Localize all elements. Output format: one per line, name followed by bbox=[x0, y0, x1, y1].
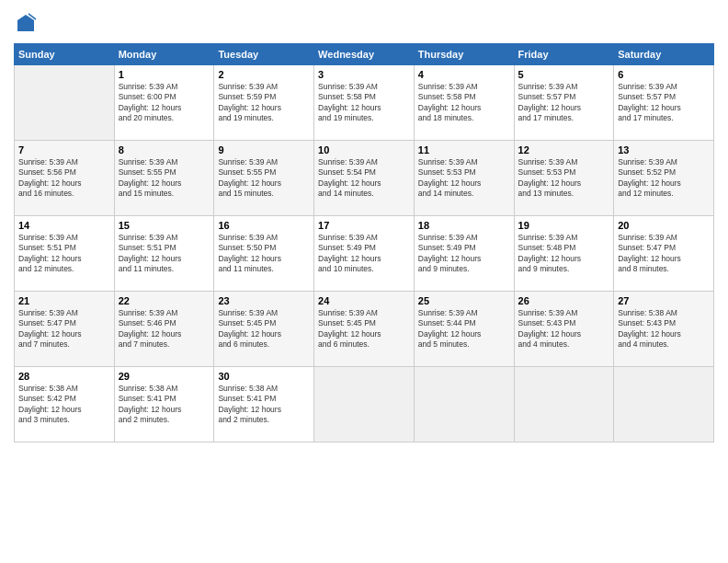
day-cell: 28Sunrise: 5:38 AM Sunset: 5:42 PM Dayli… bbox=[15, 366, 115, 442]
day-number: 17 bbox=[318, 220, 410, 231]
day-cell: 17Sunrise: 5:39 AM Sunset: 5:49 PM Dayli… bbox=[314, 215, 415, 291]
day-info: Sunrise: 5:39 AM Sunset: 5:45 PM Dayligh… bbox=[218, 308, 310, 350]
day-cell bbox=[314, 366, 415, 442]
col-header-sunday: Sunday bbox=[15, 43, 115, 64]
day-cell: 26Sunrise: 5:39 AM Sunset: 5:43 PM Dayli… bbox=[514, 291, 614, 366]
day-number: 23 bbox=[218, 295, 310, 306]
day-cell: 27Sunrise: 5:38 AM Sunset: 5:43 PM Dayli… bbox=[614, 291, 714, 366]
day-info: Sunrise: 5:38 AM Sunset: 5:42 PM Dayligh… bbox=[18, 384, 110, 426]
day-number: 8 bbox=[119, 144, 210, 155]
day-info: Sunrise: 5:39 AM Sunset: 5:51 PM Dayligh… bbox=[119, 233, 210, 275]
day-number: 24 bbox=[318, 295, 410, 306]
col-header-wednesday: Wednesday bbox=[314, 43, 415, 64]
day-number: 28 bbox=[18, 371, 110, 382]
calendar-page: SundayMondayTuesdayWednesdayThursdayFrid… bbox=[0, 0, 728, 563]
day-cell: 18Sunrise: 5:39 AM Sunset: 5:49 PM Dayli… bbox=[414, 215, 514, 291]
calendar-table: SundayMondayTuesdayWednesdayThursdayFrid… bbox=[14, 43, 714, 442]
day-info: Sunrise: 5:39 AM Sunset: 5:53 PM Dayligh… bbox=[518, 157, 610, 200]
day-cell: 29Sunrise: 5:38 AM Sunset: 5:41 PM Dayli… bbox=[114, 366, 214, 442]
day-cell: 21Sunrise: 5:39 AM Sunset: 5:47 PM Dayli… bbox=[15, 291, 115, 366]
day-number: 11 bbox=[418, 144, 510, 155]
week-row-4: 21Sunrise: 5:39 AM Sunset: 5:47 PM Dayli… bbox=[15, 291, 714, 366]
day-number: 16 bbox=[218, 220, 310, 231]
day-number: 5 bbox=[518, 69, 610, 80]
day-info: Sunrise: 5:39 AM Sunset: 5:51 PM Dayligh… bbox=[18, 233, 110, 275]
day-number: 27 bbox=[618, 295, 710, 306]
day-cell: 24Sunrise: 5:39 AM Sunset: 5:45 PM Dayli… bbox=[314, 291, 415, 366]
col-header-saturday: Saturday bbox=[614, 43, 714, 64]
day-info: Sunrise: 5:38 AM Sunset: 5:41 PM Dayligh… bbox=[218, 384, 310, 426]
day-cell: 30Sunrise: 5:38 AM Sunset: 5:41 PM Dayli… bbox=[214, 366, 314, 442]
day-cell: 9Sunrise: 5:39 AM Sunset: 5:55 PM Daylig… bbox=[214, 140, 314, 215]
day-info: Sunrise: 5:39 AM Sunset: 5:56 PM Dayligh… bbox=[18, 157, 110, 200]
calendar-header-row: SundayMondayTuesdayWednesdayThursdayFrid… bbox=[15, 43, 714, 64]
day-info: Sunrise: 5:39 AM Sunset: 5:52 PM Dayligh… bbox=[618, 157, 710, 200]
day-info: Sunrise: 5:39 AM Sunset: 5:44 PM Dayligh… bbox=[418, 308, 510, 350]
day-info: Sunrise: 5:39 AM Sunset: 5:45 PM Dayligh… bbox=[318, 308, 410, 350]
day-cell: 25Sunrise: 5:39 AM Sunset: 5:44 PM Dayli… bbox=[414, 291, 514, 366]
logo bbox=[14, 13, 36, 38]
day-cell: 6Sunrise: 5:39 AM Sunset: 5:57 PM Daylig… bbox=[614, 64, 714, 140]
day-number: 3 bbox=[318, 69, 410, 80]
day-number: 13 bbox=[618, 144, 710, 155]
day-cell: 8Sunrise: 5:39 AM Sunset: 5:55 PM Daylig… bbox=[114, 140, 214, 215]
day-info: Sunrise: 5:39 AM Sunset: 5:54 PM Dayligh… bbox=[318, 157, 410, 200]
day-cell bbox=[414, 366, 514, 442]
week-row-3: 14Sunrise: 5:39 AM Sunset: 5:51 PM Dayli… bbox=[15, 215, 714, 291]
day-cell: 11Sunrise: 5:39 AM Sunset: 5:53 PM Dayli… bbox=[414, 140, 514, 215]
day-info: Sunrise: 5:39 AM Sunset: 6:00 PM Dayligh… bbox=[119, 82, 210, 124]
day-number: 15 bbox=[119, 220, 210, 231]
col-header-friday: Friday bbox=[514, 43, 614, 64]
calendar-header bbox=[14, 9, 714, 38]
logo-icon bbox=[16, 13, 36, 33]
day-info: Sunrise: 5:39 AM Sunset: 5:57 PM Dayligh… bbox=[518, 82, 610, 124]
day-info: Sunrise: 5:39 AM Sunset: 5:55 PM Dayligh… bbox=[119, 157, 210, 200]
day-number: 25 bbox=[418, 295, 510, 306]
col-header-monday: Monday bbox=[114, 43, 214, 64]
day-number: 9 bbox=[218, 144, 310, 155]
day-info: Sunrise: 5:39 AM Sunset: 5:57 PM Dayligh… bbox=[618, 82, 710, 124]
day-number: 2 bbox=[218, 69, 310, 80]
day-info: Sunrise: 5:39 AM Sunset: 5:53 PM Dayligh… bbox=[418, 157, 510, 200]
day-cell: 12Sunrise: 5:39 AM Sunset: 5:53 PM Dayli… bbox=[514, 140, 614, 215]
day-info: Sunrise: 5:39 AM Sunset: 5:58 PM Dayligh… bbox=[318, 82, 410, 124]
week-row-2: 7Sunrise: 5:39 AM Sunset: 5:56 PM Daylig… bbox=[15, 140, 714, 215]
day-cell: 4Sunrise: 5:39 AM Sunset: 5:58 PM Daylig… bbox=[414, 64, 514, 140]
day-info: Sunrise: 5:39 AM Sunset: 5:43 PM Dayligh… bbox=[518, 308, 610, 350]
col-header-tuesday: Tuesday bbox=[214, 43, 314, 64]
day-cell: 23Sunrise: 5:39 AM Sunset: 5:45 PM Dayli… bbox=[214, 291, 314, 366]
day-number: 26 bbox=[518, 295, 610, 306]
day-number: 30 bbox=[218, 371, 310, 382]
day-info: Sunrise: 5:39 AM Sunset: 5:47 PM Dayligh… bbox=[18, 308, 110, 350]
svg-marker-0 bbox=[17, 15, 34, 31]
day-cell: 10Sunrise: 5:39 AM Sunset: 5:54 PM Dayli… bbox=[314, 140, 415, 215]
day-number: 12 bbox=[518, 144, 610, 155]
col-header-thursday: Thursday bbox=[414, 43, 514, 64]
day-info: Sunrise: 5:39 AM Sunset: 5:46 PM Dayligh… bbox=[119, 308, 210, 350]
day-number: 4 bbox=[418, 69, 510, 80]
day-info: Sunrise: 5:38 AM Sunset: 5:43 PM Dayligh… bbox=[618, 308, 710, 350]
day-cell: 16Sunrise: 5:39 AM Sunset: 5:50 PM Dayli… bbox=[214, 215, 314, 291]
day-number: 7 bbox=[18, 144, 110, 155]
day-number: 21 bbox=[18, 295, 110, 306]
day-info: Sunrise: 5:39 AM Sunset: 5:48 PM Dayligh… bbox=[518, 233, 610, 275]
day-info: Sunrise: 5:39 AM Sunset: 5:49 PM Dayligh… bbox=[318, 233, 410, 275]
day-number: 22 bbox=[119, 295, 210, 306]
day-cell: 13Sunrise: 5:39 AM Sunset: 5:52 PM Dayli… bbox=[614, 140, 714, 215]
day-number: 10 bbox=[318, 144, 410, 155]
day-cell bbox=[15, 64, 115, 140]
day-number: 18 bbox=[418, 220, 510, 231]
day-cell: 15Sunrise: 5:39 AM Sunset: 5:51 PM Dayli… bbox=[114, 215, 214, 291]
day-info: Sunrise: 5:39 AM Sunset: 5:59 PM Dayligh… bbox=[218, 82, 310, 124]
day-number: 14 bbox=[18, 220, 110, 231]
day-cell: 5Sunrise: 5:39 AM Sunset: 5:57 PM Daylig… bbox=[514, 64, 614, 140]
day-cell: 3Sunrise: 5:39 AM Sunset: 5:58 PM Daylig… bbox=[314, 64, 415, 140]
day-number: 6 bbox=[618, 69, 710, 80]
day-number: 29 bbox=[119, 371, 210, 382]
day-cell: 2Sunrise: 5:39 AM Sunset: 5:59 PM Daylig… bbox=[214, 64, 314, 140]
day-cell: 14Sunrise: 5:39 AM Sunset: 5:51 PM Dayli… bbox=[15, 215, 115, 291]
day-info: Sunrise: 5:39 AM Sunset: 5:50 PM Dayligh… bbox=[218, 233, 310, 275]
day-cell: 19Sunrise: 5:39 AM Sunset: 5:48 PM Dayli… bbox=[514, 215, 614, 291]
day-cell: 7Sunrise: 5:39 AM Sunset: 5:56 PM Daylig… bbox=[15, 140, 115, 215]
day-cell: 20Sunrise: 5:39 AM Sunset: 5:47 PM Dayli… bbox=[614, 215, 714, 291]
